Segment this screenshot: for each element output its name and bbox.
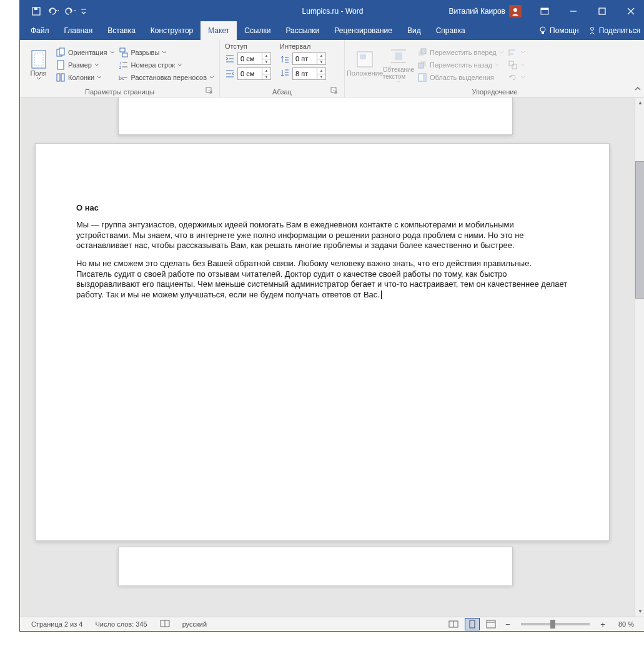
user-account[interactable]: Виталий Каиров: [448, 5, 530, 17]
position-button: Положение: [350, 42, 380, 87]
page-size-icon: [56, 60, 66, 70]
user-avatar-icon: [509, 5, 522, 17]
orientation-button[interactable]: Ориентация: [56, 47, 114, 57]
zoom-in-button[interactable]: +: [597, 620, 608, 629]
line-numbers-button[interactable]: 12Номера строк: [119, 60, 214, 70]
status-bar: Страница 2 из 4 Число слов: 345 русский …: [20, 617, 644, 631]
web-layout-button[interactable]: [483, 618, 498, 630]
svg-text:1: 1: [119, 61, 122, 65]
word-count[interactable]: Число слов: 345: [89, 620, 153, 628]
scroll-up-button[interactable]: ▲: [635, 97, 644, 108]
columns-icon: [56, 72, 66, 82]
page-next[interactable]: [118, 547, 513, 585]
selection-pane-button[interactable]: Область выделения: [417, 72, 504, 82]
tab-mailings[interactable]: Рассылки: [278, 21, 327, 40]
tab-help[interactable]: Справка: [429, 21, 473, 40]
svg-rect-6: [599, 8, 605, 14]
document-heading: О нас: [76, 203, 568, 212]
align-icon: [508, 47, 518, 57]
ribbon-display-button[interactable]: [530, 1, 559, 21]
selection-pane-icon: [417, 72, 427, 82]
margins-icon: [30, 49, 47, 69]
minimize-button[interactable]: [559, 1, 588, 21]
svg-rect-50: [487, 620, 495, 628]
indent-right-input[interactable]: 0 см▲▼: [237, 67, 271, 80]
undo-icon[interactable]: [47, 6, 57, 16]
paragraph-launcher[interactable]: [330, 87, 338, 94]
breaks-button[interactable]: Разрывы: [119, 47, 214, 57]
share-button[interactable]: Поделиться: [588, 26, 640, 35]
hyphenation-button[interactable]: bcРасстановка переносов: [119, 72, 214, 82]
svg-rect-19: [120, 48, 125, 52]
book-icon: [160, 619, 170, 628]
page-setup-launcher[interactable]: [206, 87, 213, 94]
tab-file[interactable]: Файл: [23, 21, 57, 40]
ribbon: Поля Ориентация Размер Колонки Разрывы 1…: [20, 40, 644, 97]
user-name: Виталий Каиров: [448, 7, 505, 16]
rotate-icon: [508, 72, 518, 82]
spell-check-button[interactable]: [154, 619, 176, 629]
margins-button[interactable]: Поля: [25, 42, 52, 87]
orientation-icon: [56, 47, 66, 57]
send-backward-icon: [417, 60, 427, 70]
zoom-level[interactable]: 80 %: [612, 620, 640, 628]
columns-button[interactable]: Колонки: [56, 72, 114, 82]
space-after-input[interactable]: 8 пт▲▼: [292, 67, 326, 80]
save-icon[interactable]: [31, 6, 41, 16]
tell-me-button[interactable]: Помощн: [538, 26, 579, 35]
page-previous[interactable]: [118, 97, 513, 135]
tab-layout[interactable]: Макет: [201, 21, 237, 40]
svg-rect-16: [57, 61, 64, 69]
vertical-scrollbar[interactable]: ▲ ▼: [635, 97, 644, 617]
wrap-text-icon: [389, 46, 409, 66]
svg-rect-1: [34, 7, 37, 10]
zoom-out-button[interactable]: −: [502, 620, 513, 629]
svg-rect-39: [423, 74, 426, 81]
close-button[interactable]: [617, 1, 644, 21]
hyphenation-icon: bc: [119, 72, 129, 82]
maximize-button[interactable]: [588, 1, 617, 21]
size-button[interactable]: Размер: [56, 60, 114, 70]
position-icon: [355, 49, 375, 69]
svg-rect-31: [395, 52, 402, 60]
indent-left-input[interactable]: 0 см▲▼: [237, 52, 271, 65]
svg-rect-15: [59, 48, 64, 55]
send-backward-button: Переместить назад: [417, 60, 504, 70]
svg-rect-4: [541, 8, 548, 10]
tab-references[interactable]: Ссылки: [237, 21, 278, 40]
bring-forward-icon: [417, 47, 427, 57]
document-paragraph: Но мы не сможем это сделать без Вашей об…: [76, 259, 568, 301]
tab-view[interactable]: Вид: [400, 21, 429, 40]
page-indicator[interactable]: Страница 2 из 4: [25, 620, 89, 628]
space-after-icon: [280, 69, 290, 79]
scrollbar-thumb[interactable]: [635, 161, 644, 299]
tab-review[interactable]: Рецензирование: [327, 21, 400, 40]
svg-rect-37: [419, 63, 424, 68]
tab-home[interactable]: Главная: [57, 21, 101, 40]
svg-rect-30: [360, 54, 366, 59]
bring-forward-button: Переместить вперед: [417, 47, 504, 57]
tab-insert[interactable]: Вставка: [100, 21, 143, 40]
zoom-slider[interactable]: [521, 623, 590, 625]
svg-rect-10: [542, 32, 544, 34]
redo-icon[interactable]: [64, 6, 74, 16]
language-indicator[interactable]: русский: [176, 620, 213, 628]
group-page-setup: Поля Ориентация Размер Колонки Разрывы 1…: [20, 40, 220, 97]
space-before-input[interactable]: 0 пт▲▼: [292, 52, 326, 65]
group-paragraph: Отступ 0 см▲▼ 0 см▲▼ Интервал 0 пт▲▼: [220, 40, 345, 97]
qat-customize-icon[interactable]: [80, 6, 90, 16]
web-layout-icon: [486, 620, 496, 629]
document-paragraph: Мы — группа энтузиастов, одержимых идеей…: [76, 220, 568, 251]
svg-rect-49: [470, 620, 475, 628]
print-layout-button[interactable]: [465, 618, 480, 630]
collapse-ribbon-button[interactable]: [634, 85, 642, 94]
zoom-slider-thumb[interactable]: [550, 620, 555, 629]
tab-design[interactable]: Конструктор: [143, 21, 201, 40]
svg-point-9: [540, 27, 545, 32]
page-current[interactable]: О нас Мы — группа энтузиастов, одержимых…: [35, 143, 610, 541]
share-icon: [588, 26, 597, 35]
text-cursor: [381, 291, 382, 299]
svg-rect-41: [510, 49, 515, 51]
read-mode-button[interactable]: [446, 618, 461, 630]
scroll-down-button[interactable]: ▼: [635, 606, 644, 617]
